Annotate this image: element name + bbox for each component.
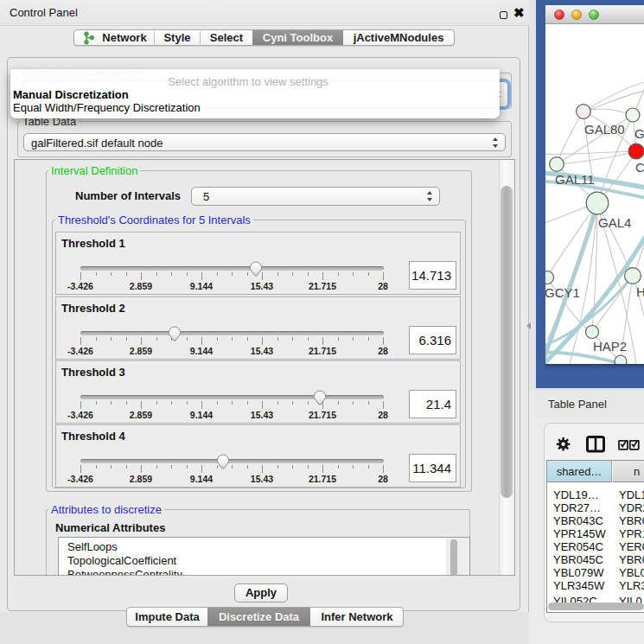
svg-text:GCY1: GCY1 bbox=[545, 285, 580, 300]
svg-text:GAL4: GAL4 bbox=[598, 215, 631, 230]
svg-text:C: C bbox=[635, 160, 644, 175]
svg-text:H: H bbox=[636, 284, 644, 299]
svg-text:GAL11: GAL11 bbox=[555, 172, 595, 187]
svg-text:GA: GA bbox=[634, 126, 644, 141]
svg-text:GAL80: GAL80 bbox=[584, 122, 625, 137]
svg-text:HAP2: HAP2 bbox=[593, 339, 627, 354]
